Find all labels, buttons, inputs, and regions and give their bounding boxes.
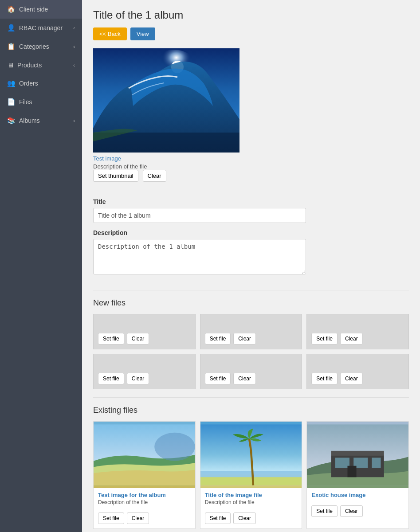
existing-title-0: Test image for the album (98, 492, 191, 498)
clear-file-button-5[interactable]: Clear (340, 373, 363, 384)
clear-file-existing-0[interactable]: Clear (127, 512, 149, 524)
existing-item-1: Title of the image file Description of t… (200, 421, 302, 529)
chevron-icon: ‹ (73, 118, 75, 123)
file-cell-buttons-5: Set file Clear (311, 373, 404, 384)
set-file-button-4[interactable]: Set file (205, 373, 231, 384)
file-cell-1: Set file Clear (200, 314, 302, 349)
file-cell-0: Set file Clear (93, 314, 196, 349)
existing-image-2 (307, 422, 408, 488)
existing-image-0 (94, 422, 195, 488)
chevron-icon: ‹ (73, 25, 75, 31)
clear-file-existing-2[interactable]: Clear (340, 505, 363, 517)
svg-rect-12 (335, 458, 349, 468)
svg-rect-15 (348, 466, 357, 477)
categories-icon: 📋 (7, 43, 16, 51)
set-file-button-2[interactable]: Set file (311, 333, 338, 344)
existing-files-title: Existing files (93, 406, 409, 415)
new-files-title: New files (93, 298, 409, 308)
sidebar: 🏠 Client side 👤 RBAC manager ‹ 📋 Categor… (0, 0, 82, 532)
file-cell-2: Set file Clear (306, 314, 409, 349)
chevron-icon: ‹ (73, 63, 75, 68)
set-file-existing-2[interactable]: Set file (311, 505, 338, 517)
albums-icon: 📚 (7, 117, 16, 125)
set-file-button-1[interactable]: Set file (205, 333, 231, 344)
file-cell-4: Set file Clear (200, 354, 302, 389)
sidebar-item-label: Products (17, 62, 42, 69)
divider-3 (93, 397, 409, 398)
set-file-existing-1[interactable]: Set file (205, 512, 231, 524)
album-image-svg (93, 48, 239, 153)
file-cell-buttons-4: Set file Clear (205, 373, 298, 384)
file-cell-5: Set file Clear (306, 354, 409, 389)
sidebar-item-label: Orders (19, 80, 38, 87)
back-button[interactable]: << Back (93, 27, 127, 40)
beach-svg (94, 422, 195, 488)
set-file-button-5[interactable]: Set file (311, 373, 338, 384)
house-svg (307, 422, 408, 488)
existing-info-1: Title of the image file Description of t… (200, 488, 302, 512)
existing-desc-1: Description of the file (205, 499, 298, 505)
file-cell-buttons-1: Set file Clear (205, 333, 298, 344)
chevron-icon: ‹ (73, 44, 75, 49)
existing-desc-0: Description of the file (98, 499, 191, 505)
sidebar-item-label: RBAC manager (19, 24, 63, 31)
svg-point-5 (154, 433, 195, 461)
existing-title-2: Exotic house image (311, 492, 404, 498)
sidebar-item-files[interactable]: 📄 Files (0, 93, 82, 111)
thumbnail-actions: Set thumbnail Clear (93, 170, 409, 182)
set-thumbnail-button[interactable]: Set thumbnail (93, 170, 138, 182)
description-textarea[interactable]: Description of the 1 album (93, 239, 306, 274)
main-content: Title of the 1 album << Back View (82, 0, 420, 532)
existing-item-0: Test image for the album Description of … (93, 421, 196, 529)
existing-buttons-2: Set file Clear (307, 505, 408, 521)
sidebar-item-categories[interactable]: 📋 Categories ‹ (0, 37, 82, 56)
view-button[interactable]: View (130, 27, 155, 40)
description-label: Description (93, 229, 409, 236)
files-icon: 📄 (7, 98, 16, 106)
sidebar-item-albums[interactable]: 📚 Albums ‹ (0, 111, 82, 130)
svg-rect-11 (331, 451, 384, 456)
existing-info-2: Exotic house image (307, 488, 408, 505)
home-icon: 🏠 (7, 5, 16, 13)
existing-item-2: Exotic house image Set file Clear (306, 421, 409, 529)
clear-file-button-2[interactable]: Clear (340, 333, 363, 344)
existing-files-grid: Test image for the album Description of … (93, 421, 409, 529)
file-cell-buttons-2: Set file Clear (311, 333, 404, 344)
sidebar-item-label: Albums (19, 117, 40, 124)
toolbar: << Back View (93, 27, 409, 40)
sidebar-item-products[interactable]: 🖥 Products ‹ (0, 56, 82, 74)
user-icon: 👤 (7, 24, 16, 32)
clear-file-button-0[interactable]: Clear (127, 333, 149, 344)
clear-file-button-4[interactable]: Clear (233, 373, 256, 384)
set-file-button-0[interactable]: Set file (98, 333, 124, 344)
existing-buttons-1: Set file Clear (200, 512, 302, 528)
file-cell-buttons-3: Set file Clear (98, 373, 191, 384)
album-image-description: Description of the file (93, 163, 147, 170)
sidebar-item-label: Categories (19, 43, 49, 50)
set-file-button-3[interactable]: Set file (98, 373, 124, 384)
clear-thumbnail-button[interactable]: Clear (143, 170, 166, 182)
clear-file-button-3[interactable]: Clear (127, 373, 149, 384)
album-image-wrapper (93, 48, 239, 153)
album-image-link[interactable]: Test image (93, 155, 409, 162)
title-label: Title (93, 198, 409, 205)
set-file-existing-0[interactable]: Set file (98, 512, 124, 524)
clear-file-button-1[interactable]: Clear (233, 333, 256, 344)
file-cell-buttons-0: Set file Clear (98, 333, 191, 344)
sidebar-item-client-side[interactable]: 🏠 Client side (0, 0, 82, 19)
sidebar-item-rbac-manager[interactable]: 👤 RBAC manager ‹ (0, 19, 82, 37)
page-title: Title of the 1 album (93, 9, 409, 21)
palm-svg (200, 422, 302, 488)
sidebar-item-orders[interactable]: 👥 Orders (0, 74, 82, 93)
file-cell-3: Set file Clear (93, 354, 196, 389)
title-input[interactable] (93, 208, 306, 223)
svg-rect-14 (372, 458, 381, 468)
divider-2 (93, 290, 409, 290)
existing-title-1: Title of the image file (205, 492, 298, 498)
products-icon: 🖥 (7, 61, 14, 69)
existing-image-1 (200, 422, 302, 488)
existing-buttons-0: Set file Clear (94, 512, 195, 528)
clear-file-existing-1[interactable]: Clear (233, 512, 256, 524)
sidebar-item-label: Client side (19, 6, 48, 13)
orders-icon: 👥 (7, 79, 16, 87)
